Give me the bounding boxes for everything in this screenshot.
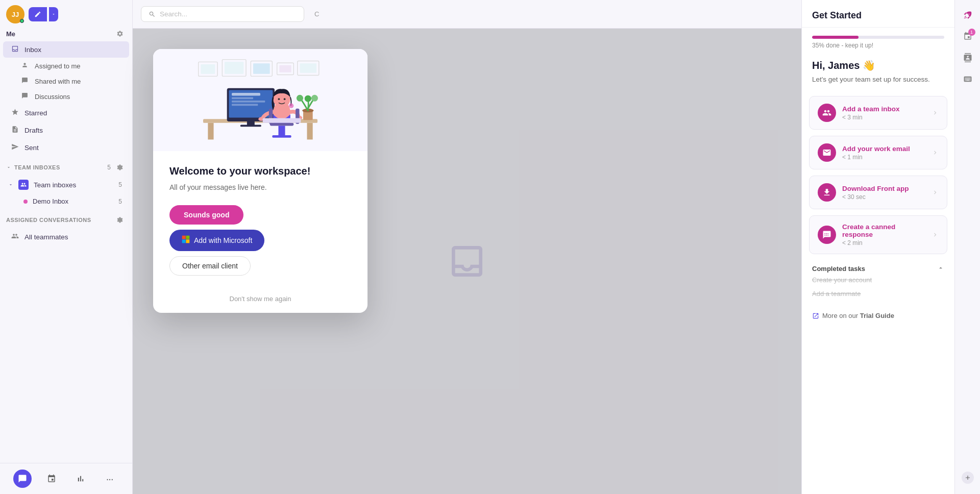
main-tab[interactable]: C — [310, 8, 323, 20]
add-microsoft-button[interactable]: Add with Microsoft — [169, 230, 264, 251]
svg-rect-7 — [279, 65, 291, 72]
team-inboxes-label: Team inboxes — [14, 164, 60, 170]
task-title-canned-response: Create a canned response — [842, 223, 925, 238]
assigned-conv-label: Assigned conversations — [6, 217, 91, 223]
task-card-team-inbox[interactable]: Add a team inbox < 3 min — [809, 96, 947, 130]
sidebar-item-team-inboxes-toggle[interactable]: Team inboxes 5 — [3, 176, 129, 193]
completed-toggle[interactable] — [937, 264, 944, 273]
assigned-settings-gear[interactable] — [114, 214, 126, 226]
chat-bottom-icon[interactable] — [13, 470, 32, 488]
compose-dropdown[interactable] — [49, 7, 58, 21]
keyboard-rail-icon[interactable] — [959, 70, 976, 88]
task-time-team-inbox: < 3 min — [842, 114, 925, 121]
team-inboxes-nav-count: 5 — [118, 181, 122, 188]
task-info-team-inbox: Add a team inbox < 3 min — [842, 105, 925, 121]
contacts-rail-icon[interactable] — [959, 49, 976, 66]
assigned-label: Assigned to me — [35, 62, 81, 70]
all-teammates-label: All teammates — [24, 233, 122, 241]
svg-rect-28 — [278, 126, 285, 135]
task-info-work-email: Add your work email < 1 min — [842, 145, 925, 161]
svg-rect-3 — [225, 62, 243, 73]
sounds-good-button[interactable]: Sounds good — [169, 205, 243, 225]
trial-guide-link[interactable]: More on our Trial Guide — [802, 305, 954, 330]
svg-rect-9 — [300, 63, 316, 73]
me-label-row: Me — [0, 26, 132, 41]
calendar-rail-icon[interactable]: 1 — [959, 28, 976, 45]
sidebar-item-inbox[interactable]: Inbox — [3, 41, 129, 58]
demo-inbox-count: 5 — [118, 198, 122, 205]
sidebar-item-shared[interactable]: Shared with me — [3, 74, 129, 88]
svg-point-35 — [297, 95, 303, 102]
drafts-label: Drafts — [24, 127, 122, 134]
task-title-work-email: Add your work email — [842, 145, 925, 153]
task-card-download-app[interactable]: Download Front app < 30 sec — [809, 176, 947, 209]
greeting-subtitle: Let's get your team set up for success. — [812, 75, 944, 85]
svg-rect-29 — [272, 135, 291, 138]
discussions-label: Discussions — [35, 93, 70, 101]
right-panel-title: Get Started — [802, 0, 954, 28]
drafts-icon — [10, 126, 19, 135]
starred-label: Starred — [24, 109, 122, 117]
svg-rect-20 — [240, 125, 261, 127]
calendar-badge: 1 — [968, 29, 975, 36]
welcome-modal: Welcome to your workspace! All of your m… — [153, 49, 368, 313]
progress-bar-background — [812, 36, 944, 39]
analytics-bottom-icon[interactable] — [71, 470, 90, 488]
svg-rect-5 — [253, 63, 270, 74]
svg-rect-41 — [182, 239, 186, 243]
star-icon — [10, 108, 19, 117]
sidebar-item-drafts[interactable]: Drafts — [3, 122, 129, 138]
svg-rect-16 — [232, 97, 253, 99]
sidebar-item-starred[interactable]: Starred — [3, 105, 129, 121]
team-settings-gear[interactable] — [114, 161, 126, 174]
progress-label: 35% done - keep it up! — [812, 42, 944, 49]
sidebar-item-demo-inbox[interactable]: Demo Inbox 5 — [3, 194, 129, 208]
shared-label: Shared with me — [35, 78, 81, 85]
task-icon-team-inbox — [818, 104, 836, 122]
discussions-icon — [21, 92, 30, 101]
svg-point-26 — [284, 98, 286, 100]
progress-bar-fill — [812, 36, 859, 39]
team-inbox-icon — [18, 180, 29, 190]
rocket-icon[interactable] — [959, 6, 976, 23]
sidebar-item-discussions[interactable]: Discussions — [3, 89, 129, 104]
inbox-label: Inbox — [24, 46, 122, 54]
search-icon — [149, 11, 156, 18]
sidebar-item-all-teammates[interactable]: All teammates — [3, 229, 129, 245]
far-right-rail: 1 — [954, 0, 980, 494]
progress-section: 35% done - keep it up! — [802, 28, 954, 53]
assigned-conv-section: Assigned conversations — [0, 209, 132, 228]
task-time-canned-response: < 2 min — [842, 239, 925, 246]
task-card-canned-response[interactable]: Create a canned response < 2 min — [809, 215, 947, 254]
task-icon-canned-response — [818, 226, 836, 244]
svg-rect-39 — [182, 236, 186, 239]
task-chevron-icon — [932, 231, 939, 238]
sidebar-item-sent[interactable]: Sent — [3, 139, 129, 156]
me-section-header: JJ — [0, 0, 132, 26]
me-settings-gear[interactable] — [114, 28, 126, 40]
avatar[interactable]: JJ — [6, 5, 24, 23]
team-inboxes-count: 5 — [107, 164, 111, 171]
me-label: Me — [6, 30, 15, 38]
modal-overlay: Welcome to your workspace! All of your m… — [133, 29, 801, 494]
completed-item-account: Create your account — [812, 273, 944, 287]
svg-point-38 — [289, 104, 293, 108]
assigned-icon — [21, 62, 30, 70]
svg-rect-19 — [247, 121, 255, 125]
more-bottom-icon[interactable]: ··· — [101, 470, 119, 488]
trial-guide-text: More on our Trial Guide — [822, 312, 894, 319]
search-bar[interactable]: Search... — [141, 6, 304, 22]
sidebar-item-assigned[interactable]: Assigned to me — [3, 59, 129, 73]
search-placeholder: Search... — [160, 10, 187, 18]
team-inboxes-nav-label: Team inboxes — [34, 181, 76, 189]
task-info-canned-response: Create a canned response < 2 min — [842, 223, 925, 246]
completed-label: Completed tasks — [812, 265, 865, 273]
add-panel-button[interactable] — [962, 472, 974, 484]
modal-footer[interactable]: Don't show me again — [153, 290, 368, 313]
task-card-work-email[interactable]: Add your work email < 1 min — [809, 136, 947, 169]
compose-button[interactable] — [29, 7, 47, 21]
content-area: Welcome to your workspace! All of your m… — [133, 29, 801, 494]
calendar-bottom-icon[interactable] — [42, 470, 61, 488]
other-email-button[interactable]: Other email client — [169, 256, 251, 276]
right-panel: Get Started 35% done - keep it up! Hi, J… — [801, 0, 954, 494]
